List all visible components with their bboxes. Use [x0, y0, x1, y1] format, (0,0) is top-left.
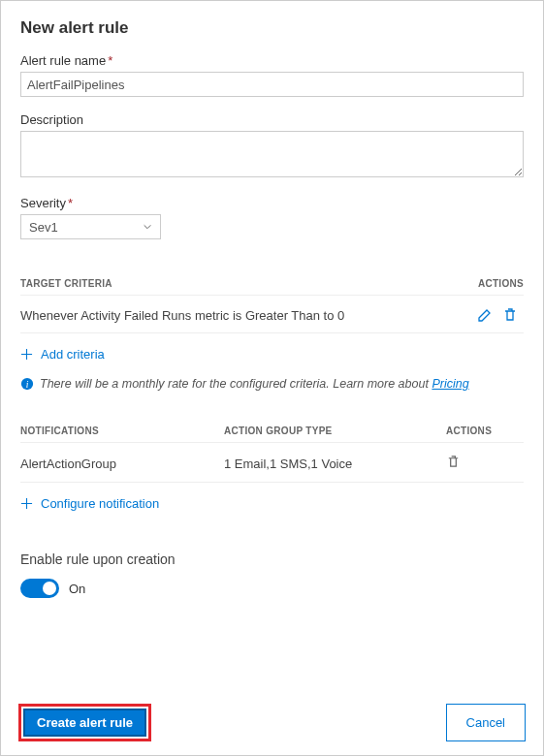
- info-icon: i: [20, 377, 34, 391]
- criteria-row: Whenever Activity Failed Runs metric is …: [20, 296, 524, 333]
- pricing-link[interactable]: Pricing: [432, 377, 468, 391]
- notification-type: 1 Email,1 SMS,1 Voice: [224, 457, 446, 471]
- plus-icon: [20, 497, 33, 510]
- create-alert-rule-button[interactable]: Create alert rule: [23, 709, 146, 737]
- delete-icon[interactable]: [502, 307, 518, 323]
- enable-rule-label: Enable rule upon creation: [20, 551, 524, 567]
- criteria-text: Whenever Activity Failed Runs metric is …: [20, 308, 344, 323]
- severity-label: Severity*: [20, 196, 524, 210]
- action-group-type-header: ACTION GROUP TYPE: [224, 425, 446, 436]
- delete-icon[interactable]: [446, 455, 461, 469]
- enable-toggle[interactable]: [20, 579, 59, 598]
- page-title: New alert rule: [20, 18, 524, 38]
- plus-icon: [20, 348, 33, 361]
- notification-row: AlertActionGroup 1 Email,1 SMS,1 Voice: [20, 443, 524, 483]
- alert-name-label: Alert rule name*: [20, 53, 524, 68]
- description-label: Description: [20, 112, 524, 127]
- cancel-button[interactable]: Cancel: [446, 704, 526, 741]
- alert-name-input[interactable]: [20, 72, 524, 97]
- configure-notification-button[interactable]: Configure notification: [20, 483, 524, 524]
- configure-notification-label: Configure notification: [41, 496, 159, 511]
- svg-text:i: i: [26, 379, 29, 390]
- description-textarea[interactable]: [20, 131, 524, 177]
- criteria-actions-header: ACTIONS: [478, 278, 524, 289]
- enable-toggle-state: On: [69, 582, 85, 596]
- target-criteria-header: TARGET CRITERIA: [20, 278, 112, 289]
- notifications-header: NOTIFICATIONS: [20, 425, 224, 436]
- notification-name: AlertActionGroup: [20, 457, 224, 471]
- required-asterisk: *: [68, 196, 73, 210]
- chevron-down-icon: [143, 222, 152, 232]
- add-criteria-label: Add criteria: [41, 347, 105, 362]
- criteria-info-text: There will be a monthly rate for the con…: [40, 377, 469, 391]
- required-asterisk: *: [108, 53, 112, 68]
- severity-select[interactable]: Sev1: [20, 214, 161, 239]
- create-button-highlight: Create alert rule: [18, 704, 151, 741]
- edit-icon[interactable]: [477, 307, 493, 323]
- add-criteria-button[interactable]: Add criteria: [20, 333, 524, 375]
- notif-actions-header: ACTIONS: [446, 425, 524, 436]
- severity-value: Sev1: [29, 220, 58, 235]
